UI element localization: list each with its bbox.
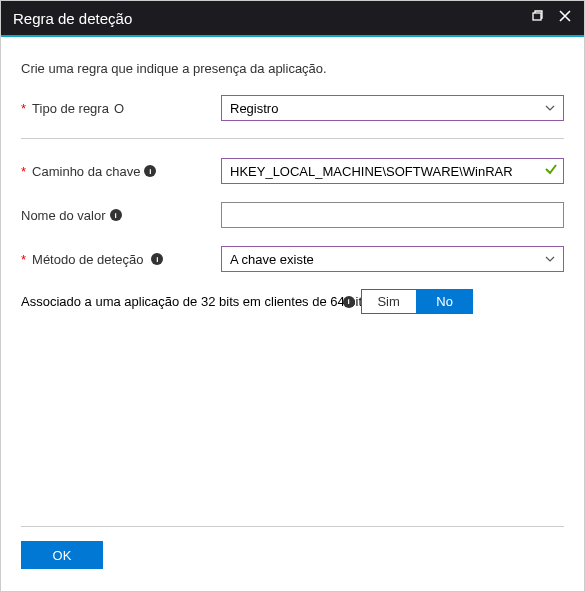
chevron-down-icon xyxy=(545,103,555,113)
rule-type-select[interactable]: Registro xyxy=(221,95,564,121)
info-icon[interactable]: i xyxy=(144,165,156,177)
assoc-label-text: Associado a uma aplicação de 32 bits em … xyxy=(21,294,369,309)
panel-header: Regra de deteção xyxy=(1,1,584,37)
detect-method-value: A chave existe xyxy=(230,252,314,267)
svg-rect-0 xyxy=(533,13,541,20)
key-path-label-text: Caminho da chave xyxy=(32,164,140,179)
toggle-yes[interactable]: Sim xyxy=(361,289,417,314)
rule-type-row: * Tipo de regra O Registro xyxy=(21,94,564,122)
detect-method-label-text: Método de deteção xyxy=(32,252,143,267)
assoc-row: Associado a uma aplicação de 32 bits em … xyxy=(21,289,564,314)
rule-type-label: * Tipo de regra O xyxy=(21,101,221,116)
header-actions xyxy=(530,9,572,27)
assoc-label: Associado a uma aplicação de 32 bits em … xyxy=(21,294,355,309)
info-icon[interactable]: i xyxy=(110,209,122,221)
info-icon[interactable]: i xyxy=(151,253,163,265)
restore-icon[interactable] xyxy=(530,9,544,27)
instruction-text: Crie uma regra que indique a presença da… xyxy=(21,61,564,76)
assoc-toggle: Sim No xyxy=(361,289,473,314)
rule-type-label-text: Tipo de regra xyxy=(32,101,109,116)
rule-type-value: Registro xyxy=(230,101,278,116)
value-name-row: Nome do valor i xyxy=(21,201,564,229)
rule-type-help-text: O xyxy=(114,101,124,116)
required-indicator: * xyxy=(21,101,26,116)
key-path-row: * Caminho da chave i xyxy=(21,157,564,185)
required-indicator: * xyxy=(21,252,26,267)
panel-footer: OK xyxy=(1,526,584,591)
close-icon[interactable] xyxy=(558,9,572,27)
panel-title: Regra de deteção xyxy=(13,10,132,27)
value-name-input[interactable] xyxy=(221,202,564,228)
footer-divider xyxy=(21,526,564,527)
ok-button[interactable]: OK xyxy=(21,541,103,569)
value-name-label-text: Nome do valor xyxy=(21,208,106,223)
panel-body: Crie uma regra que indique a presença da… xyxy=(1,37,584,314)
detect-method-select[interactable]: A chave existe xyxy=(221,246,564,272)
toggle-no[interactable]: No xyxy=(417,289,473,314)
required-indicator: * xyxy=(21,164,26,179)
detect-method-row: * Método de deteção i A chave existe xyxy=(21,245,564,273)
detect-method-label: * Método de deteção i xyxy=(21,252,221,267)
section-divider xyxy=(21,138,564,139)
value-name-label: Nome do valor i xyxy=(21,208,221,223)
key-path-input[interactable] xyxy=(221,158,564,184)
key-path-label: * Caminho da chave i xyxy=(21,164,221,179)
valid-check-icon xyxy=(544,162,558,180)
chevron-down-icon xyxy=(545,254,555,264)
info-icon[interactable]: i xyxy=(343,296,355,308)
